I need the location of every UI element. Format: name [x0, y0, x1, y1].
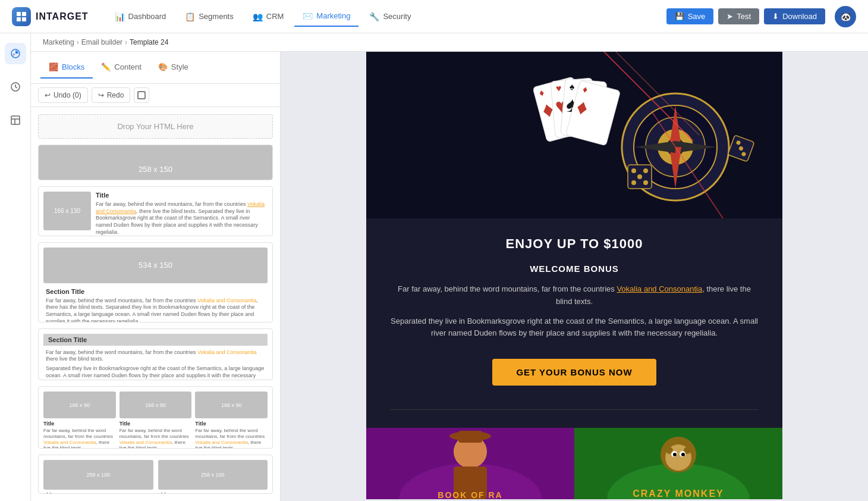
nav-item-crm[interactable]: 👥 CRM	[244, 7, 293, 26]
redo-button[interactable]: ↪ Redo	[92, 87, 131, 103]
svg-point-29	[631, 168, 636, 173]
svg-rect-3	[22, 17, 26, 21]
nav-item-marketing[interactable]: ✉️ Marketing	[294, 7, 358, 27]
email-content: ENJOY UP TO $1000 WELCOME BONUS Far far …	[366, 218, 782, 428]
block-col-3-desc: Far far away, behind the word mountains,…	[195, 428, 268, 449]
email-hero: ♦ ♦ ♥ ♥ ♠ ♠	[366, 52, 782, 218]
block-col-1-title: Title	[43, 421, 116, 427]
svg-rect-2	[17, 17, 21, 21]
drop-zone[interactable]: Drop Your HTML Here	[38, 114, 273, 139]
block-col-1: 166 x 90 Title Far far away, behind the …	[43, 392, 116, 449]
block-text-desc2: Separated they live in Bookmarksgrove ri…	[43, 365, 268, 380]
nav-item-dashboard[interactable]: 📊 Dashboard	[106, 7, 175, 26]
nav-item-segments[interactable]: 📋 Segments	[177, 7, 242, 26]
block-two-col-1-title: Title	[43, 492, 153, 494]
svg-rect-46	[458, 431, 482, 443]
breadcrumb-sep-2: ›	[125, 38, 127, 46]
svg-rect-0	[17, 12, 21, 16]
block-three-col[interactable]: 166 x 90 Title Far far away, behind the …	[38, 386, 273, 449]
svg-rect-1	[22, 12, 26, 16]
test-icon: ➤	[727, 12, 733, 21]
block-col-1-desc: Far far away, behind the word mountains,…	[43, 428, 116, 449]
svg-rect-6	[11, 116, 20, 124]
download-button[interactable]: ⬇ Download	[764, 8, 825, 24]
undo-icon: ↩	[45, 91, 51, 99]
email-cta-wrapper: GET YOUR BONUS NOW	[390, 347, 759, 397]
breadcrumb-sep-1: ›	[77, 38, 79, 46]
logo-text: INTARGET	[36, 11, 89, 22]
content-area: Marketing › Email builder › Template 24 …	[31, 33, 868, 501]
logo-icon	[12, 7, 31, 26]
content-tab-icon: ✏️	[101, 62, 111, 71]
block-col-2-title: Title	[119, 421, 192, 427]
breadcrumb-email-builder[interactable]: Email builder	[81, 38, 122, 46]
svg-point-56	[673, 453, 677, 456]
save-button[interactable]: 💾 Save	[666, 8, 714, 24]
block-title-1: Title	[96, 192, 268, 199]
svg-text:BOOK OF RA: BOOK OF RA	[438, 490, 502, 499]
side-icon-clock[interactable]	[5, 76, 26, 98]
svg-text:♥: ♥	[555, 83, 562, 93]
tab-blocks[interactable]: 🧱 Blocks	[40, 57, 93, 79]
block-single-image[interactable]: 258 x 150	[38, 145, 273, 180]
breadcrumb-marketing[interactable]: Marketing	[43, 38, 74, 46]
user-avatar[interactable]: 🐼	[835, 6, 856, 27]
test-button[interactable]: ➤ Test	[718, 8, 759, 24]
svg-rect-9	[138, 92, 145, 99]
nav-label-segments: Segments	[199, 12, 234, 21]
side-icons-panel	[0, 33, 31, 501]
breadcrumb-current: Template 24	[130, 38, 168, 46]
email-body-text-2: Separated they live in Bookmarksgrove ri…	[390, 315, 759, 340]
blocks-list: Drop Your HTML Here 258 x 150 166 x 130 …	[31, 107, 280, 501]
svg-point-30	[643, 168, 648, 173]
fullscreen-button[interactable]	[134, 87, 149, 103]
email-body-text-1: Far far away, behind the word mountains,…	[390, 283, 759, 308]
block-desc-1: Far far away, behind the word mountains,…	[96, 201, 268, 236]
block-two-col-1: 258 x 100 Title	[43, 460, 153, 494]
tab-content[interactable]: ✏️ Content	[93, 57, 150, 79]
download-label: Download	[782, 12, 817, 21]
main-layout: Marketing › Email builder › Template 24 …	[0, 33, 868, 501]
email-games: BOOK OF RA	[366, 428, 782, 499]
save-label: Save	[688, 12, 706, 21]
breadcrumb: Marketing › Email builder › Template 24	[31, 33, 868, 52]
email-link-1[interactable]: Vokalia and Consonantia	[617, 284, 702, 293]
nav-label-marketing: Marketing	[316, 11, 350, 20]
block-banner[interactable]: 534 x 150 Section Title Far far away, be…	[38, 242, 273, 322]
block-text-desc1: Far far away, behind the word mountains,…	[43, 349, 268, 363]
block-banner-title: Section Title	[43, 288, 268, 295]
top-navigation: INTARGET 📊 Dashboard 📋 Segments 👥 CRM ✉️…	[0, 0, 868, 33]
email-divider	[390, 409, 759, 410]
svg-text:CRAZY MONKEY: CRAZY MONKEY	[633, 489, 724, 499]
block-two-col[interactable]: 258 x 100 Title 258 x 100 Title	[38, 455, 273, 494]
nav-label-dashboard: Dashboard	[128, 12, 166, 21]
svg-point-31	[637, 174, 642, 179]
style-tab-label: Style	[171, 62, 188, 71]
top-actions: 💾 Save ➤ Test ⬇ Download	[666, 8, 825, 24]
left-panel: 🧱 Blocks ✏️ Content 🎨 Style	[31, 52, 281, 501]
undo-label: Undo (0)	[54, 91, 81, 99]
tab-style[interactable]: 🎨 Style	[150, 57, 197, 79]
nav-label-crm: CRM	[266, 12, 284, 21]
email-cta-button[interactable]: GET YOUR BONUS NOW	[492, 359, 656, 386]
redo-icon: ↪	[98, 91, 104, 99]
blocks-tab-label: Blocks	[62, 62, 84, 71]
block-image-text[interactable]: 166 x 130 Title Far far away, behind the…	[38, 186, 273, 236]
side-icon-analytics[interactable]	[5, 43, 26, 64]
side-icon-template[interactable]	[5, 109, 26, 131]
crm-icon: 👥	[253, 12, 263, 21]
drop-zone-label: Drop Your HTML Here	[117, 122, 193, 131]
email-welcome-label: WELCOME BONUS	[390, 264, 759, 274]
nav-item-security[interactable]: 🔧 Security	[361, 7, 419, 26]
game-banner-1[interactable]: BOOK OF RA	[366, 428, 574, 499]
dashboard-icon: 📊	[115, 12, 125, 21]
email-preview: ♦ ♦ ♥ ♥ ♠ ♠	[366, 52, 782, 499]
block-col-3-title: Title	[195, 421, 268, 427]
logo-area[interactable]: INTARGET	[12, 7, 89, 26]
game-banner-2[interactable]: CRAZY MONKEY	[574, 428, 782, 499]
content-tab-label: Content	[114, 62, 141, 71]
block-text-only[interactable]: Section Title Far far away, behind the w…	[38, 328, 273, 381]
download-icon: ⬇	[772, 12, 779, 21]
undo-button[interactable]: ↩ Undo (0)	[38, 87, 88, 103]
nav-items: 📊 Dashboard 📋 Segments 👥 CRM ✉️ Marketin…	[106, 7, 666, 27]
